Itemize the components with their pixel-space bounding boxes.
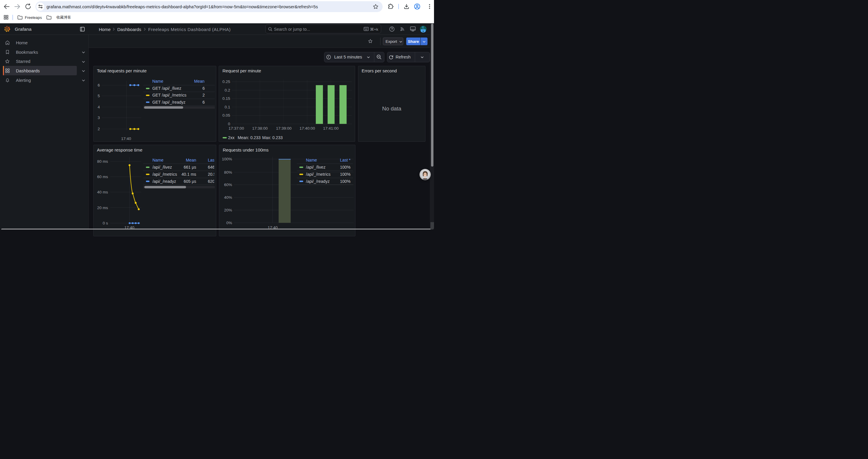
svg-text:/api/_/livez: /api/_/livez xyxy=(152,165,172,169)
svg-text:17:38:00: 17:38:00 xyxy=(252,126,268,131)
svg-text:40 ms: 40 ms xyxy=(97,190,108,194)
svg-text:Errors per second: Errors per second xyxy=(362,68,397,73)
svg-text:Total requests per minute: Total requests per minute xyxy=(97,68,147,73)
svg-text:Last *: Last * xyxy=(340,158,350,162)
svg-text:100%: 100% xyxy=(340,172,350,177)
svg-text:Name: Name xyxy=(152,79,163,84)
svg-text:/api/_/metrics: /api/_/metrics xyxy=(152,172,177,177)
svg-text:Request per minute: Request per minute xyxy=(222,68,261,73)
svg-text:100%: 100% xyxy=(340,165,350,169)
svg-text:605 µs: 605 µs xyxy=(184,179,196,184)
svg-text:0%: 0% xyxy=(226,221,232,225)
svg-text:Mean: Mean xyxy=(194,79,205,84)
svg-text:3: 3 xyxy=(98,116,100,120)
svg-text:2: 2 xyxy=(203,93,205,97)
svg-text:Max: 0.233: Max: 0.233 xyxy=(262,135,283,140)
svg-text:0.05: 0.05 xyxy=(222,113,230,118)
svg-text:6: 6 xyxy=(203,100,205,104)
svg-text:Name: Name xyxy=(306,158,317,162)
svg-text:6: 6 xyxy=(98,83,100,88)
svg-text:GET /api/_/readyz: GET /api/_/readyz xyxy=(152,100,185,104)
svg-text:No data: No data xyxy=(382,105,401,112)
svg-text:Requests under 100ms: Requests under 100ms xyxy=(223,147,269,152)
svg-text:/api/_/readyz: /api/_/readyz xyxy=(152,179,176,184)
svg-text:Mean: 0.233: Mean: 0.233 xyxy=(238,135,260,140)
svg-text:0 s: 0 s xyxy=(102,221,108,225)
svg-text:20%: 20% xyxy=(224,208,232,212)
svg-text:5: 5 xyxy=(98,94,100,98)
svg-text:80 ms: 80 ms xyxy=(97,159,108,164)
svg-text:2xx: 2xx xyxy=(228,135,235,140)
svg-text:0.2: 0.2 xyxy=(224,88,230,93)
svg-text:17:37:00: 17:37:00 xyxy=(228,126,244,131)
svg-text:60 ms: 60 ms xyxy=(97,174,108,179)
svg-text:40%: 40% xyxy=(224,195,232,200)
svg-text:20 ms: 20 ms xyxy=(97,205,108,210)
svg-text:/api/_/readyz: /api/_/readyz xyxy=(306,179,330,184)
svg-text:0.15: 0.15 xyxy=(222,96,230,101)
svg-text:4: 4 xyxy=(98,105,100,109)
svg-text:2: 2 xyxy=(98,127,100,131)
svg-text:/api/_/metrics: /api/_/metrics xyxy=(306,172,330,177)
svg-text:0.1: 0.1 xyxy=(224,105,230,109)
svg-text:60%: 60% xyxy=(224,182,232,187)
svg-text:40.1 ms: 40.1 ms xyxy=(181,172,196,177)
svg-text:17:40:00: 17:40:00 xyxy=(300,126,315,131)
svg-text:100%: 100% xyxy=(340,179,350,184)
svg-text:0: 0 xyxy=(228,122,230,126)
svg-text:100%: 100% xyxy=(222,157,232,161)
svg-text:/api/_/livez: /api/_/livez xyxy=(306,165,325,169)
svg-text:0.25: 0.25 xyxy=(222,79,230,84)
svg-text:17:41:00: 17:41:00 xyxy=(323,126,339,131)
svg-text:17:40: 17:40 xyxy=(121,136,131,141)
svg-text:6: 6 xyxy=(203,86,205,91)
svg-text:GET /api/_/metrics: GET /api/_/metrics xyxy=(152,93,186,97)
svg-text:80%: 80% xyxy=(224,170,232,174)
svg-text:661 µs: 661 µs xyxy=(184,165,196,169)
svg-text:GET /api/_/livez: GET /api/_/livez xyxy=(152,86,181,91)
svg-text:Average response time: Average response time xyxy=(97,147,143,152)
svg-text:Name: Name xyxy=(152,158,164,162)
svg-text:Mean: Mean xyxy=(186,158,196,162)
svg-text:17:39:00: 17:39:00 xyxy=(276,126,291,131)
